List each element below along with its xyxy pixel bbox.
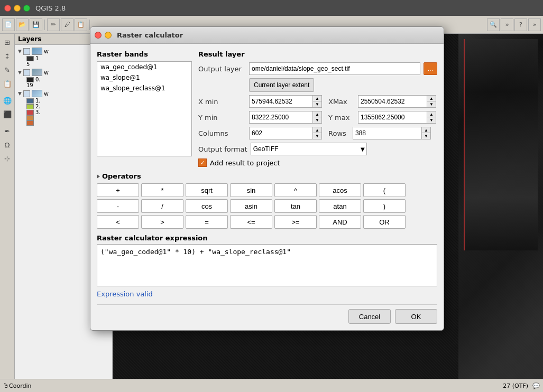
- y-min-up[interactable]: ▲: [313, 111, 321, 117]
- output-format-wrapper: GeoTIFF ▼: [251, 143, 367, 155]
- op-btn-lt[interactable]: <: [97, 215, 139, 229]
- toolbar-btn-highlight[interactable]: 🖊: [61, 18, 73, 31]
- qgis-min-btn[interactable]: [14, 5, 21, 12]
- op-btn-minus[interactable]: -: [97, 199, 139, 213]
- band-item-3[interactable]: wa_slope_reclass@1: [97, 83, 191, 94]
- add-result-checkbox[interactable]: ✓: [198, 158, 207, 167]
- op-btn-multiply[interactable]: *: [141, 183, 183, 197]
- x-max-input[interactable]: [358, 95, 427, 108]
- vert-btn-7[interactable]: ✒: [1, 125, 14, 137]
- x-max-down[interactable]: ▼: [427, 101, 436, 107]
- toolbar-btn-help[interactable]: ?: [514, 18, 527, 31]
- op-btn-tan[interactable]: tan: [274, 199, 317, 213]
- op-btn-lparen[interactable]: (: [363, 183, 406, 197]
- op-btn-or[interactable]: OR: [363, 215, 406, 229]
- operators-expand-icon[interactable]: [97, 174, 100, 179]
- status-text: Coordin: [9, 382, 31, 389]
- band-item-1[interactable]: wa_geo_coded@1: [97, 62, 191, 72]
- vert-btn-3[interactable]: ✎: [1, 63, 14, 76]
- toolbar-btn-arrows[interactable]: »: [501, 18, 513, 31]
- dialog-min-btn[interactable]: [105, 32, 112, 39]
- expression-label: Raster calculator expression: [97, 234, 437, 242]
- expression-section: Raster calculator expression ("wa_geo_co…: [97, 234, 437, 298]
- toolbar-btn-layer[interactable]: 📋: [75, 18, 87, 31]
- rows-spinbox: ▲ ▼: [353, 127, 431, 139]
- dialog-body: Raster bands wa_geo_coded@1 wa_slope@1 w…: [90, 44, 444, 330]
- output-format-select[interactable]: GeoTIFF: [251, 143, 367, 155]
- op-btn-eq[interactable]: =: [186, 215, 228, 229]
- layer-icon-2: [32, 69, 42, 76]
- y-min-down[interactable]: ▼: [313, 117, 321, 123]
- output-layer-input[interactable]: [249, 62, 420, 75]
- ok-button[interactable]: OK: [395, 309, 437, 324]
- expand-icon-2[interactable]: ▼: [18, 70, 22, 75]
- op-btn-atan[interactable]: atan: [319, 199, 361, 213]
- op-btn-sin[interactable]: sin: [230, 183, 272, 197]
- op-btn-caret[interactable]: ^: [274, 183, 317, 197]
- dialog-close-btn[interactable]: [95, 32, 102, 39]
- toolbar-btn-search[interactable]: 🔍: [487, 18, 500, 31]
- toolbar-btn-more[interactable]: »: [528, 18, 541, 31]
- qgis-window-controls: [4, 5, 30, 12]
- x-min-down[interactable]: ▼: [313, 101, 321, 107]
- vert-btn-9[interactable]: ⊹: [1, 152, 14, 165]
- columns-input[interactable]: [249, 127, 312, 139]
- op-btn-and[interactable]: AND: [319, 215, 361, 229]
- y-max-down[interactable]: ▼: [427, 117, 436, 123]
- output-format-row: Output format GeoTIFF ▼: [198, 143, 437, 155]
- extent-row: Current layer extent: [198, 78, 437, 92]
- qgis-close-btn[interactable]: [4, 5, 11, 12]
- columns-up[interactable]: ▲: [313, 127, 321, 133]
- vert-btn-2[interactable]: ↕: [1, 50, 14, 62]
- rows-label: Rows: [328, 129, 349, 137]
- qgis-titlebar: QGIS 2.8: [0, 0, 543, 16]
- y-min-input[interactable]: [249, 111, 312, 124]
- op-btn-acos[interactable]: acos: [319, 183, 361, 197]
- operators-section: Operators + * sqrt sin ^ acos ( - / cos …: [97, 172, 437, 229]
- x-max-up[interactable]: ▲: [427, 96, 436, 101]
- vert-btn-1[interactable]: ⊞: [1, 36, 14, 49]
- op-btn-cos[interactable]: cos: [186, 199, 228, 213]
- toolbar-btn-new[interactable]: 📄: [2, 18, 15, 31]
- op-btn-divide[interactable]: /: [141, 199, 183, 213]
- rows-up[interactable]: ▲: [422, 127, 430, 133]
- op-btn-asin[interactable]: asin: [230, 199, 272, 213]
- expand-icon-1[interactable]: ▼: [18, 49, 22, 54]
- x-max-arrows: ▲ ▼: [427, 95, 436, 108]
- layer-check-3[interactable]: [23, 90, 30, 97]
- browse-button[interactable]: ...: [424, 62, 437, 75]
- op-btn-plus[interactable]: +: [97, 183, 139, 197]
- current-extent-button[interactable]: Current layer extent: [249, 78, 314, 92]
- rows-input[interactable]: [353, 127, 421, 139]
- vert-btn-4[interactable]: 📋: [1, 77, 14, 90]
- bands-list[interactable]: wa_geo_coded@1 wa_slope@1 wa_slope_recla…: [97, 61, 192, 156]
- vert-btn-8[interactable]: Ω: [1, 138, 14, 151]
- x-min-input[interactable]: [249, 95, 312, 108]
- toolbar-btn-open[interactable]: 📂: [16, 18, 29, 31]
- toolbar-btn-pen[interactable]: ✏: [47, 18, 60, 31]
- columns-down[interactable]: ▼: [313, 133, 321, 139]
- qgis-max-btn[interactable]: [23, 5, 30, 12]
- y-max-up[interactable]: ▲: [427, 111, 436, 117]
- x-min-up[interactable]: ▲: [313, 96, 321, 101]
- layer-check-2[interactable]: [23, 69, 30, 76]
- op-btn-gte[interactable]: >=: [274, 215, 317, 229]
- x-max-label: XMax: [328, 98, 355, 106]
- y-max-label: Y max: [328, 114, 355, 122]
- cancel-button[interactable]: Cancel: [348, 309, 391, 324]
- expression-textarea[interactable]: ("wa_geo_coded@1" * 10) + "wa_slope_recl…: [97, 244, 437, 286]
- y-max-arrows: ▲ ▼: [427, 111, 436, 124]
- expand-icon-3[interactable]: ▼: [18, 91, 22, 96]
- op-btn-sqrt[interactable]: sqrt: [186, 183, 228, 197]
- toolbar-btn-save[interactable]: 💾: [30, 18, 42, 31]
- vert-btn-6[interactable]: ⬛: [1, 108, 14, 120]
- rows-down[interactable]: ▼: [422, 133, 430, 139]
- y-max-input[interactable]: [358, 111, 427, 124]
- status-epsg: 27 (OTF): [503, 382, 528, 389]
- vert-btn-5[interactable]: 🌐: [1, 94, 14, 107]
- op-btn-gt[interactable]: >: [141, 215, 183, 229]
- layer-check-1[interactable]: [23, 48, 30, 55]
- op-btn-lte[interactable]: <=: [230, 215, 272, 229]
- op-btn-rparen[interactable]: ): [363, 199, 406, 213]
- band-item-2[interactable]: wa_slope@1: [97, 72, 191, 83]
